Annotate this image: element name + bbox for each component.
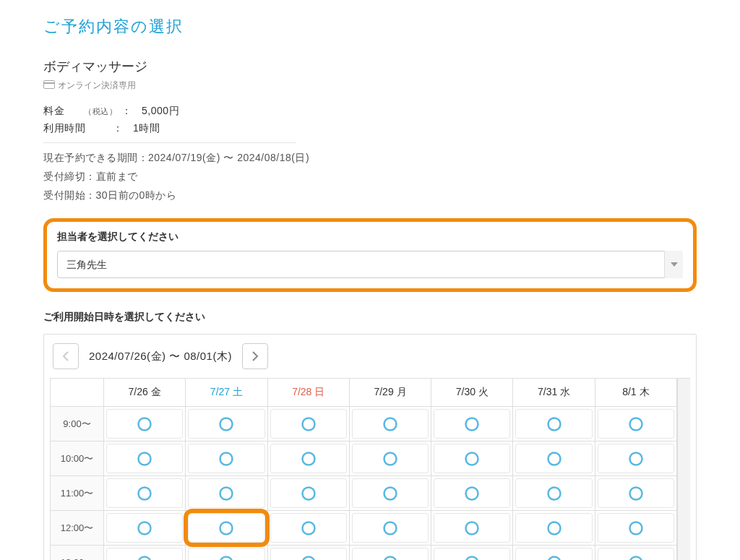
- time-slot[interactable]: [188, 548, 264, 560]
- svg-point-19: [384, 487, 396, 499]
- calendar-day-header: 7/30 火: [431, 379, 513, 407]
- time-slot[interactable]: [434, 444, 510, 473]
- svg-point-2: [139, 418, 151, 430]
- svg-point-15: [629, 452, 642, 465]
- page-title: ご予約内容の選択: [43, 16, 697, 38]
- svg-rect-1: [44, 82, 55, 84]
- svg-point-5: [384, 418, 396, 430]
- svg-point-32: [302, 556, 314, 560]
- time-slot[interactable]: [434, 409, 510, 439]
- staff-select-highlight: 担当者を選択してください 三角先生: [43, 218, 697, 292]
- calendar-header-empty: [51, 379, 104, 407]
- time-slot[interactable]: [106, 478, 183, 508]
- svg-point-27: [466, 522, 478, 534]
- svg-point-20: [466, 487, 478, 499]
- fee-value: 5,000円: [142, 105, 179, 118]
- meta-period: 現在予約できる期間：2024/07/19(金) 〜 2024/08/18(日): [43, 152, 697, 165]
- time-slot[interactable]: [106, 548, 183, 560]
- prev-week-button[interactable]: [53, 343, 79, 369]
- meta-deadline: 受付締切：直前まで: [43, 171, 697, 184]
- time-slot[interactable]: [106, 444, 183, 473]
- calendar-day-header: 7/27 土: [186, 379, 267, 407]
- card-icon: [43, 80, 55, 91]
- time-slot[interactable]: [270, 444, 347, 473]
- time-slot[interactable]: [434, 548, 510, 560]
- divider: [43, 142, 296, 143]
- calendar-time-label: 11:00〜: [51, 476, 104, 511]
- svg-point-3: [220, 418, 233, 430]
- svg-point-29: [629, 522, 642, 534]
- svg-point-30: [139, 556, 151, 560]
- time-slot[interactable]: [598, 548, 674, 560]
- time-slot[interactable]: [106, 513, 183, 543]
- time-slot[interactable]: [352, 409, 429, 439]
- svg-point-34: [466, 556, 478, 560]
- svg-point-24: [220, 522, 233, 534]
- svg-point-16: [139, 487, 151, 499]
- time-slot[interactable]: [515, 513, 592, 543]
- calendar-day-header: 7/28 日: [268, 379, 350, 407]
- time-slot[interactable]: [515, 478, 592, 508]
- time-slot[interactable]: [515, 409, 592, 439]
- time-slot[interactable]: [188, 444, 264, 473]
- time-slot[interactable]: [515, 548, 592, 560]
- time-slot[interactable]: [598, 478, 674, 508]
- svg-point-13: [466, 452, 478, 465]
- time-slot[interactable]: [270, 548, 347, 560]
- calendar-time-label: 9:00〜: [51, 407, 104, 441]
- staff-select[interactable]: 三角先生: [57, 251, 683, 278]
- time-slot[interactable]: [434, 478, 510, 508]
- fee-row: 料金 （税込） ： 5,000円: [43, 105, 697, 118]
- duration-row: 利用時間 ： 1時間: [43, 122, 697, 135]
- service-name: ボディマッサージ: [43, 58, 697, 75]
- time-slot[interactable]: [352, 444, 429, 473]
- calendar-day-header: 7/26 金: [104, 379, 186, 407]
- svg-point-4: [302, 418, 314, 430]
- time-slot[interactable]: [106, 409, 183, 439]
- time-slot[interactable]: [598, 513, 674, 543]
- time-slot[interactable]: [515, 444, 592, 473]
- svg-point-6: [466, 418, 478, 430]
- svg-point-28: [548, 522, 560, 534]
- time-section-label: ご利用開始日時を選択してください: [43, 311, 697, 324]
- fee-tax-hint: （税込）: [84, 106, 117, 117]
- online-payment-badge: オンライン決済専用: [43, 79, 697, 92]
- calendar-time-label: 13:00〜: [51, 546, 104, 560]
- time-slot[interactable]: [188, 478, 264, 508]
- time-slot[interactable]: [188, 513, 264, 543]
- online-badge-text: オンライン決済専用: [58, 79, 136, 92]
- time-slot[interactable]: [270, 409, 347, 439]
- time-slot[interactable]: [598, 409, 674, 439]
- staff-section-label: 担当者を選択してください: [57, 231, 683, 244]
- duration-value: 1時間: [133, 122, 160, 135]
- svg-point-36: [629, 556, 642, 560]
- duration-colon: ：: [113, 122, 133, 135]
- svg-rect-0: [44, 81, 55, 89]
- time-slot[interactable]: [434, 513, 510, 543]
- svg-point-9: [139, 452, 151, 465]
- calendar: 2024/07/26(金) 〜 08/01(木) 7/26 金7/27 土7/2…: [43, 334, 697, 560]
- duration-label: 利用時間: [43, 122, 113, 135]
- svg-point-33: [384, 556, 396, 560]
- time-slot[interactable]: [352, 548, 429, 560]
- svg-point-26: [384, 522, 396, 534]
- svg-point-23: [139, 522, 151, 534]
- svg-point-7: [548, 418, 560, 430]
- svg-point-22: [629, 487, 642, 499]
- svg-point-8: [629, 418, 642, 430]
- svg-point-35: [548, 556, 560, 560]
- time-slot[interactable]: [270, 513, 347, 543]
- time-slot[interactable]: [270, 478, 347, 508]
- time-slot[interactable]: [352, 478, 429, 508]
- svg-point-18: [302, 487, 314, 499]
- calendar-time-label: 12:00〜: [51, 511, 104, 546]
- svg-point-10: [220, 452, 233, 465]
- next-week-button[interactable]: [242, 343, 268, 369]
- meta-start: 受付開始：30日前の0時から: [43, 189, 697, 202]
- vertical-scrollbar[interactable]: [677, 378, 690, 560]
- svg-point-25: [302, 522, 314, 534]
- time-slot[interactable]: [188, 409, 264, 439]
- time-slot[interactable]: [352, 513, 429, 543]
- time-slot[interactable]: [598, 444, 674, 473]
- svg-point-11: [302, 452, 314, 465]
